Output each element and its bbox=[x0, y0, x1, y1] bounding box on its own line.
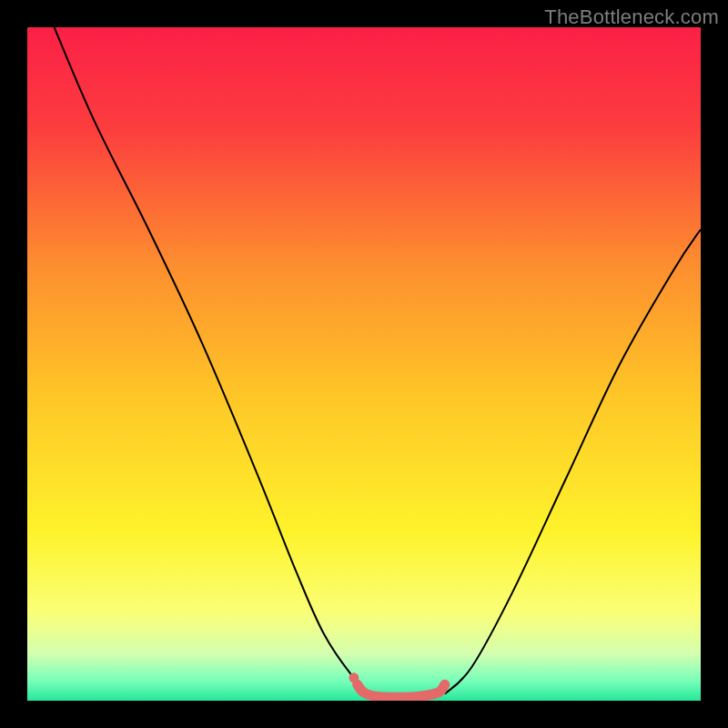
plot-area bbox=[27, 27, 701, 701]
points-layer bbox=[349, 672, 359, 682]
watermark-text: TheBottleneck.com bbox=[544, 5, 719, 29]
left-highlight-dot bbox=[349, 672, 359, 682]
gradient-background bbox=[27, 27, 701, 701]
chart-frame: TheBottleneck.com bbox=[0, 0, 728, 728]
chart-canvas bbox=[27, 27, 701, 701]
